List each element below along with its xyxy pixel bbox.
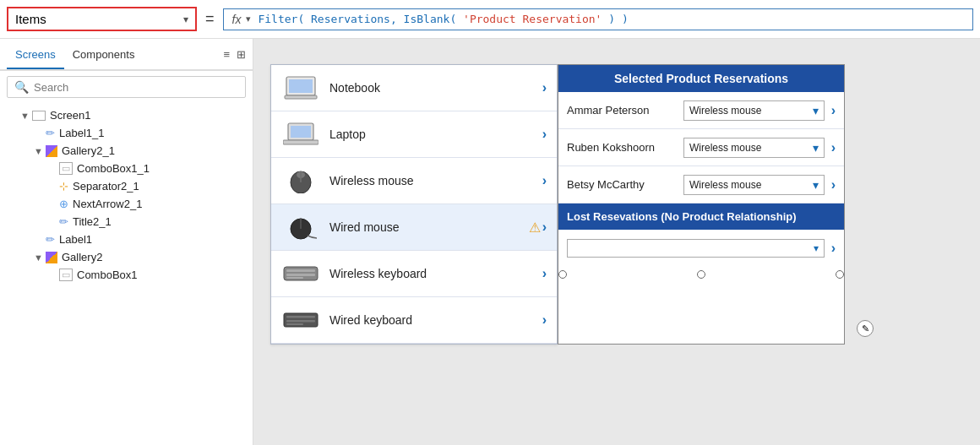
svg-rect-12 xyxy=(286,269,315,272)
main-area: Screens Components ≡ ⊞ 🔍 ▼ Screen1 ✏ Lab… xyxy=(0,39,980,445)
top-bar: Items ▾ = fx ▾ Filter( Reservations, IsB… xyxy=(0,0,980,39)
title-icon-2_1: ✏ xyxy=(59,215,68,228)
svg-rect-1 xyxy=(289,79,313,93)
screen-icon xyxy=(32,111,46,121)
tree-item-gallery2[interactable]: ▼ Gallery2 xyxy=(0,248,253,266)
res-chevron-betsy[interactable]: › xyxy=(831,177,836,193)
product-row-wdkeyboard[interactable]: Wired keyboard › xyxy=(271,297,557,344)
res-dropdown-betsy[interactable]: Wireless mouse ▾ xyxy=(683,175,825,195)
gallery-icon-2_1 xyxy=(46,145,57,157)
items-dropdown-arrow: ▾ xyxy=(183,14,188,25)
tree-label-gallery2: Gallery2 xyxy=(62,251,102,263)
wmouse-image xyxy=(281,167,319,194)
search-box[interactable]: 🔍 xyxy=(7,76,246,98)
product-name-wmouse: Wireless mouse xyxy=(329,174,542,187)
tree-item-separator2_1[interactable]: ⊹ Separator2_1 xyxy=(0,177,253,195)
svg-rect-5 xyxy=(283,140,318,144)
res-dropdown-val-ruben: Wireless mouse xyxy=(689,142,761,154)
sidebar-tabs: Screens Components ≡ ⊞ xyxy=(0,39,253,71)
formula-bar[interactable]: fx ▾ Filter( Reservations, IsBlank( 'Pro… xyxy=(223,8,973,30)
res-row-ruben: Ruben Kokshoorn Wireless mouse ▾ › xyxy=(558,129,844,166)
product-name-notebook: Notebook xyxy=(329,81,542,95)
tree-item-combobox1_1[interactable]: ▭ ComboBox1_1 xyxy=(0,160,253,177)
sidebar: Screens Components ≡ ⊞ 🔍 ▼ Screen1 ✏ Lab… xyxy=(0,39,253,445)
equals-sign: = xyxy=(205,10,215,28)
canvas-panels: Notebook › Laptop › xyxy=(270,56,845,345)
notebook-image xyxy=(281,74,319,101)
fx-icon: fx xyxy=(232,13,242,26)
tab-components[interactable]: Components xyxy=(64,41,144,68)
res-dropdown-arrow-ruben: ▾ xyxy=(813,141,819,155)
product-row-wmouse[interactable]: Wireless mouse › xyxy=(271,158,557,204)
tree-item-gallery2_1[interactable]: ▼ Gallery2_1 xyxy=(0,142,253,160)
product-name-wdkeyboard: Wired keyboard xyxy=(329,313,542,327)
res-name-ammar: Ammar Peterson xyxy=(567,104,677,117)
res-chevron-ammar[interactable]: › xyxy=(831,103,836,118)
svg-rect-13 xyxy=(286,274,315,276)
search-input[interactable] xyxy=(34,81,238,94)
wkeyboard-image xyxy=(281,260,319,287)
tree-arrow-gallery2_1: ▼ xyxy=(34,146,46,156)
lost-dropdown[interactable]: ▾ xyxy=(567,239,825,258)
tree-item-nextarrow2_1[interactable]: ⊕ NextArrow2_1 xyxy=(0,195,253,213)
tree-item-combobox1[interactable]: ▭ ComboBox1 xyxy=(0,266,253,284)
tree-label-combobox1_1: ComboBox1_1 xyxy=(77,162,150,175)
tree-label-nextarrow2_1: NextArrow2_1 xyxy=(73,198,142,210)
gallery-icon-2 xyxy=(46,252,57,263)
svg-rect-16 xyxy=(286,316,315,318)
product-chevron-wdmouse: › xyxy=(542,220,547,235)
items-label: Items xyxy=(15,12,46,26)
svg-rect-2 xyxy=(285,95,317,99)
grid-view-icon[interactable]: ⊞ xyxy=(237,48,246,61)
product-chevron-notebook: › xyxy=(542,80,547,95)
tree-item-title2_1[interactable]: ✏ Title2_1 xyxy=(0,213,253,231)
tree-label-title2_1: Title2_1 xyxy=(73,215,112,228)
edit-icon-overlay[interactable]: ✎ xyxy=(857,320,874,337)
res-row-betsy: Betsy McCarthy Wireless mouse ▾ › xyxy=(558,166,844,204)
product-name-wkeyboard: Wireless keyboard xyxy=(329,267,542,280)
lost-row: ▾ › xyxy=(558,230,844,267)
res-chevron-ruben[interactable]: › xyxy=(831,140,836,155)
res-dropdown-ammar[interactable]: Wireless mouse ▾ xyxy=(683,100,825,121)
wdmouse-image xyxy=(281,214,319,241)
tree-item-screen1[interactable]: ▼ Screen1 xyxy=(0,106,253,124)
fx-dropdown-arrow[interactable]: ▾ xyxy=(246,14,251,24)
tree: ▼ Screen1 ✏ Label1_1 ▼ Gallery2_1 ▭ Comb… xyxy=(0,103,253,445)
lost-header: Lost Resevations (No Product Relationshi… xyxy=(558,204,844,230)
product-row-wkeyboard[interactable]: Wireless keyboard › xyxy=(271,251,557,297)
res-dropdown-ruben[interactable]: Wireless mouse ▾ xyxy=(683,138,825,158)
laptop-image xyxy=(281,121,319,148)
product-chevron-laptop: › xyxy=(542,127,547,142)
product-chevron-wkeyboard: › xyxy=(542,266,547,281)
tab-icons: ≡ ⊞ xyxy=(223,48,246,61)
separator-icon-2_1: ⊹ xyxy=(59,180,68,193)
svg-rect-18 xyxy=(286,323,303,325)
tree-label-gallery2_1: Gallery2_1 xyxy=(62,144,115,157)
res-dropdown-arrow-ammar: ▾ xyxy=(813,104,819,117)
tree-label-label1_1: Label1_1 xyxy=(59,127,105,139)
res-dropdown-arrow-betsy: ▾ xyxy=(813,178,819,192)
tree-item-label1[interactable]: ✏ Label1 xyxy=(0,231,253,248)
tree-label-combobox1: ComboBox1 xyxy=(77,269,138,281)
lost-dropdown-arrow: ▾ xyxy=(814,242,819,254)
handle-bl xyxy=(558,270,567,279)
product-row-notebook[interactable]: Notebook › xyxy=(271,65,557,111)
tree-arrow-gallery2: ▼ xyxy=(34,252,46,263)
tree-item-label1_1[interactable]: ✏ Label1_1 xyxy=(0,124,253,142)
tree-label-separator2_1: Separator2_1 xyxy=(73,180,139,193)
product-list: Notebook › Laptop › xyxy=(270,64,558,345)
product-chevron-wdkeyboard: › xyxy=(542,312,547,328)
product-row-laptop[interactable]: Laptop › xyxy=(271,111,557,158)
product-row-wdmouse[interactable]: Wired mouse ⚠ › xyxy=(271,204,557,251)
tab-screens[interactable]: Screens xyxy=(7,41,64,69)
res-dropdown-val-betsy: Wireless mouse xyxy=(689,179,761,191)
label-icon-1_1: ✏ xyxy=(46,127,55,139)
combo-icon-1: ▭ xyxy=(59,269,73,281)
svg-rect-14 xyxy=(286,277,303,279)
res-dropdown-val-ammar: Wireless mouse xyxy=(689,105,761,117)
product-chevron-wmouse: › xyxy=(542,173,547,188)
list-view-icon[interactable]: ≡ xyxy=(223,48,230,61)
formula-text: Filter( Reservations, IsBlank( 'Product … xyxy=(258,13,628,25)
items-dropdown[interactable]: Items ▾ xyxy=(7,7,197,31)
lost-chevron[interactable]: › xyxy=(831,241,836,256)
